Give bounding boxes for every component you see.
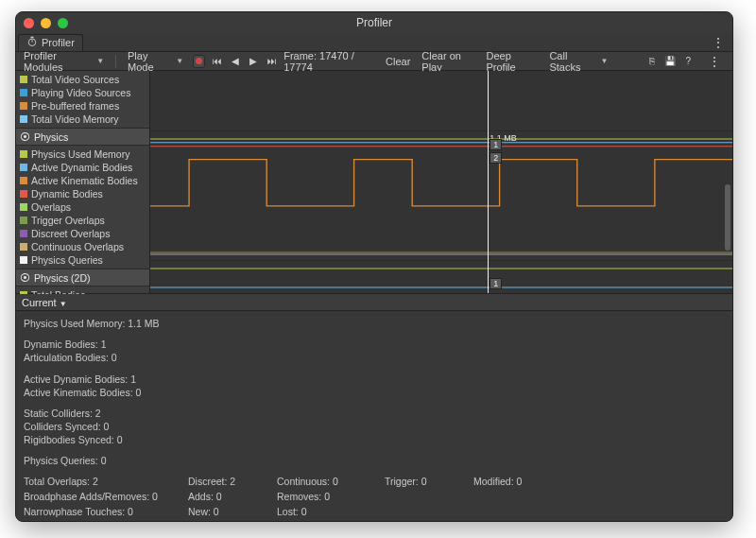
stopwatch-icon [26, 36, 38, 49]
list-item[interactable]: Total Video Sources [16, 73, 149, 86]
chevron-down-icon: ▼ [601, 57, 609, 65]
list-item[interactable]: Physics Queries [16, 253, 149, 267]
stat-cell: Trigger: 0 [385, 476, 470, 487]
list-item[interactable]: Discreet Overlaps [16, 227, 149, 240]
module-header[interactable]: ⦿ Physics (2D) [16, 269, 149, 286]
chevron-down-icon: ▼ [96, 57, 104, 65]
list-item[interactable]: Physics Used Memory [16, 148, 149, 161]
swatch-icon [20, 230, 27, 237]
module-video[interactable]: Total Video Sources Playing Video Source… [16, 71, 149, 129]
list-item[interactable]: Dynamic Bodies [16, 187, 149, 200]
scroll-thumb[interactable] [725, 184, 730, 251]
stat-cell: Discreet: 2 [188, 476, 273, 487]
swatch-icon [20, 102, 27, 110]
save-icon[interactable]: 💾 [664, 56, 677, 66]
toolbar: Profiler Modules ▼ Play Mode ▼ ⏮ ◀ ▶ ⏭ F… [16, 52, 732, 71]
stat-cell: Narrowphase Touches: 0 [24, 506, 184, 517]
marker-tag: 1 [490, 278, 502, 289]
physics-icon: ⦿ [20, 272, 30, 284]
detail-view-dropdown[interactable]: Current ▼ [22, 297, 67, 308]
stat-line: Dynamic Bodies: 1 [24, 338, 725, 351]
playhead[interactable] [488, 71, 489, 293]
overlap-grid: Total Overlaps: 2 Discreet: 2 Continuous… [24, 476, 725, 517]
chart-physics[interactable]: 1.1 MB 1 2 [150, 131, 732, 261]
next-frame-button[interactable]: ⏭ [266, 56, 278, 66]
list-item[interactable]: Continuous Overlaps [16, 240, 149, 253]
list-item[interactable]: Total Video Memory [16, 113, 149, 126]
content-area: Total Video Sources Playing Video Source… [16, 71, 732, 521]
stat-line: Colliders Synced: 0 [24, 420, 725, 433]
window-title: Profiler [16, 16, 732, 29]
list-item[interactable]: Trigger Overlaps [16, 214, 149, 227]
physics-icon: ⦿ [20, 131, 30, 143]
swatch-icon [20, 177, 27, 184]
stat-line: Static Colliders: 2 [24, 407, 725, 420]
tab-profiler[interactable]: Profiler [18, 34, 83, 51]
scrollbar[interactable] [724, 71, 731, 293]
load-icon[interactable]: ⎘ [645, 56, 658, 66]
stat-cell: Lost: 0 [277, 506, 381, 517]
stat-cell: Removes: 0 [277, 491, 381, 502]
stat-cell: Broadphase Adds/Removes: 0 [24, 491, 184, 502]
chart-video[interactable] [150, 71, 732, 131]
detail-header: Current ▼ [16, 294, 732, 311]
swatch-icon [20, 164, 27, 171]
help-icon[interactable]: ? [682, 56, 695, 66]
swatch-icon [20, 217, 27, 224]
swatch-icon [20, 89, 27, 96]
stat-cell: Adds: 0 [188, 491, 273, 502]
list-item[interactable]: Playing Video Sources [16, 86, 149, 99]
forward-button[interactable]: ▶ [248, 56, 260, 66]
stat-line: Physics Queries: 0 [24, 454, 725, 467]
swatch-icon [20, 243, 27, 251]
stat-line: Rigidbodies Synced: 0 [24, 433, 725, 446]
titlebar: Profiler [16, 12, 732, 33]
record-icon [196, 58, 202, 64]
back-button[interactable]: ◀ [230, 56, 242, 66]
call-stacks-dropdown[interactable]: Call Stacks ▼ [545, 54, 611, 69]
module-header[interactable]: ⦿ Physics [16, 129, 149, 146]
list-item[interactable]: Active Dynamic Bodies [16, 161, 149, 174]
chart-area: Total Video Sources Playing Video Source… [16, 71, 732, 294]
stat-cell: New: 0 [188, 506, 273, 517]
chevron-down-icon: ▼ [176, 57, 183, 65]
list-item[interactable]: Overlaps [16, 200, 149, 214]
tab-menu-icon[interactable]: ⋮ [704, 35, 732, 50]
module-physics[interactable]: ⦿ Physics Physics Used Memory Active Dyn… [16, 129, 149, 269]
swatch-icon [20, 203, 27, 211]
chart-physics-2d[interactable]: 1 [150, 261, 732, 293]
marker-tag: 1 [490, 139, 502, 150]
play-mode-dropdown[interactable]: Play Mode ▼ [124, 54, 187, 69]
deep-profile-toggle[interactable]: Deep Profile [486, 50, 540, 73]
swatch-icon [20, 190, 27, 198]
stat-line: Articulation Bodies: 0 [24, 351, 725, 364]
chevron-down-icon: ▼ [60, 300, 67, 308]
swatch-icon [20, 115, 27, 123]
profiler-window: Profiler Profiler ⋮ Profiler Modules ▼ P… [15, 11, 733, 522]
list-item[interactable]: Active Kinematic Bodies [16, 174, 149, 187]
stat-cell: Modified: 0 [473, 476, 558, 487]
chart-column[interactable]: 1.1 MB 1 2 1 [150, 71, 732, 293]
stat-line: Active Kinematic Bodies: 0 [24, 386, 725, 399]
tab-label: Profiler [42, 37, 75, 48]
swatch-icon [20, 150, 27, 158]
detail-panel: Physics Used Memory: 1.1 MB Dynamic Bodi… [16, 311, 732, 521]
record-button[interactable] [193, 55, 205, 68]
prev-frame-button[interactable]: ⏮ [211, 56, 223, 66]
frame-counter: Frame: 17470 / 17774 [284, 50, 380, 73]
swatch-icon [20, 76, 27, 83]
list-item[interactable]: Pre-buffered frames [16, 99, 149, 113]
profiler-modules-dropdown[interactable]: Profiler Modules ▼ [20, 54, 108, 69]
module-sidebar: Total Video Sources Playing Video Source… [16, 71, 150, 293]
stat-cell: Continuous: 0 [277, 476, 381, 487]
stat-line: Physics Used Memory: 1.1 MB [24, 317, 725, 330]
clear-button[interactable]: Clear [386, 56, 410, 67]
svg-rect-1 [31, 37, 34, 39]
marker-tag: 2 [490, 152, 502, 164]
clear-on-play-toggle[interactable]: Clear on Play [421, 50, 480, 73]
toolbar-menu-icon[interactable]: ⋮ [700, 54, 729, 69]
swatch-icon [20, 256, 27, 264]
stat-line: Active Dynamic Bodies: 1 [24, 373, 725, 386]
stat-cell: Total Overlaps: 2 [24, 476, 184, 487]
